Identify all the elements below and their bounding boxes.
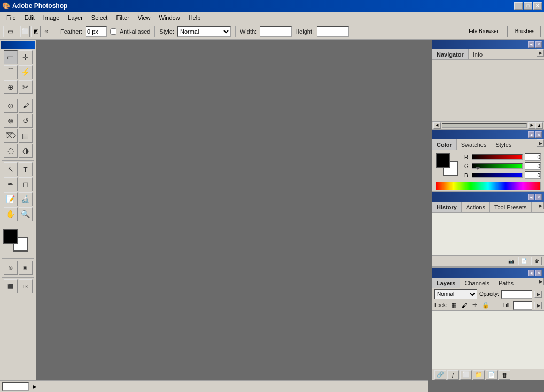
nav-scroll-right[interactable]: ►: [528, 122, 535, 129]
tab-actions[interactable]: Actions: [462, 202, 490, 212]
eyedropper-tool[interactable]: 🔬: [19, 192, 33, 206]
dodge-tool[interactable]: ◑: [19, 144, 33, 158]
foreground-color[interactable]: [3, 229, 18, 244]
g-slider[interactable]: [472, 163, 523, 169]
color-close-btn[interactable]: ✕: [535, 131, 542, 138]
history-brush-tool[interactable]: ↺: [19, 114, 33, 128]
menu-view[interactable]: View: [134, 13, 155, 22]
menu-layer[interactable]: Layer: [64, 13, 87, 22]
lock-position-btn[interactable]: ✛: [471, 301, 479, 310]
history-close-btn[interactable]: ✕: [535, 194, 542, 200]
blur-tool[interactable]: ◌: [4, 144, 18, 158]
nav-scroll-left[interactable]: ◄: [433, 122, 441, 129]
close-button[interactable]: ✕: [533, 2, 542, 10]
tab-color[interactable]: Color: [432, 139, 457, 150]
height-input[interactable]: [317, 26, 349, 37]
marquee-opt3[interactable]: ⊕: [42, 26, 51, 37]
healing-brush-tool[interactable]: ⊙: [4, 99, 18, 113]
style-select[interactable]: Normal Fixed Aspect Ratio Fixed Size: [177, 26, 231, 37]
anti-aliased-checkbox[interactable]: [110, 28, 116, 35]
imageready-btn[interactable]: IR: [19, 279, 33, 293]
width-input[interactable]: [260, 26, 292, 37]
layer-delete-btn[interactable]: 🗑: [499, 370, 510, 380]
eraser-tool[interactable]: ⌦: [4, 129, 18, 143]
clone-stamp-tool[interactable]: ⊛: [4, 114, 18, 128]
hand-tool[interactable]: ✋: [4, 207, 18, 221]
layers-collapse-btn[interactable]: ◄: [528, 270, 534, 276]
fg-swatch[interactable]: [436, 153, 450, 168]
color-menu-btn[interactable]: ▶: [537, 139, 544, 147]
slice-tool[interactable]: ✂: [19, 80, 33, 94]
magic-wand-tool[interactable]: ⚡: [19, 65, 33, 79]
history-menu-btn[interactable]: ▶: [537, 202, 544, 209]
menu-help[interactable]: Help: [184, 13, 205, 22]
type-tool[interactable]: T: [19, 162, 33, 176]
layer-link-btn[interactable]: 🔗: [434, 370, 446, 380]
g-value[interactable]: [525, 162, 541, 170]
color-collapse-btn[interactable]: ◄: [528, 131, 534, 138]
shape-tool[interactable]: ◻: [19, 177, 33, 191]
layer-style-btn[interactable]: ƒ: [447, 370, 459, 380]
marquee-rect-btn[interactable]: ▭: [3, 26, 17, 37]
maximize-button[interactable]: □: [524, 2, 532, 10]
brush-tool[interactable]: 🖌: [19, 99, 33, 113]
menu-image[interactable]: Image: [39, 13, 64, 22]
r-slider[interactable]: [472, 154, 523, 160]
tab-info[interactable]: Info: [469, 49, 487, 59]
tab-paths[interactable]: Paths: [494, 278, 518, 288]
r-value[interactable]: [525, 153, 541, 161]
fill-arrow[interactable]: ▶: [534, 302, 542, 309]
history-new-doc-btn[interactable]: 📄: [518, 257, 529, 265]
rectangular-marquee-tool[interactable]: ▭: [4, 50, 18, 64]
marquee-opt1[interactable]: ⬜: [20, 26, 30, 37]
move-tool[interactable]: ✛: [19, 50, 33, 64]
navigator-collapse-btn[interactable]: ◄: [528, 41, 534, 48]
crop-tool[interactable]: ⊕: [4, 80, 18, 94]
nav-scroll-track[interactable]: [442, 123, 527, 128]
layers-close-btn[interactable]: ✕: [535, 270, 542, 276]
navigator-menu-btn[interactable]: ▶: [537, 49, 544, 57]
layer-mask-btn[interactable]: ⬜: [460, 370, 472, 380]
fill-field[interactable]: [513, 301, 532, 310]
menu-filter[interactable]: Filter: [112, 13, 133, 22]
pen-tool[interactable]: ✒: [4, 177, 18, 191]
menu-edit[interactable]: Edit: [20, 13, 39, 22]
screen-mode-btn[interactable]: ⬛: [4, 279, 18, 293]
b-slider[interactable]: [472, 173, 523, 178]
notes-tool[interactable]: 📝: [4, 192, 18, 206]
layers-menu-btn[interactable]: ▶: [537, 278, 544, 285]
tab-swatches[interactable]: Swatches: [457, 139, 492, 150]
layer-group-btn[interactable]: 📁: [473, 370, 485, 380]
lock-all-btn[interactable]: 🔒: [481, 301, 490, 310]
nav-scroll-up[interactable]: ▲: [535, 122, 543, 129]
layer-new-btn[interactable]: 📄: [486, 370, 498, 380]
quick-mask-btn[interactable]: ◎: [4, 261, 18, 275]
history-new-snapshot-btn[interactable]: 📷: [506, 257, 516, 265]
opacity-arrow[interactable]: ▶: [534, 291, 542, 298]
menu-select[interactable]: Select: [87, 13, 112, 22]
tab-navigator[interactable]: Navigator: [432, 49, 469, 59]
file-browser-tab[interactable]: File Browser: [460, 26, 508, 37]
tab-layers[interactable]: Layers: [432, 278, 460, 288]
history-collapse-btn[interactable]: ◄: [528, 194, 534, 200]
status-arrow-btn[interactable]: ▶: [31, 383, 38, 390]
marquee-opt2[interactable]: ◩: [31, 26, 41, 37]
navigator-close-btn[interactable]: ✕: [535, 41, 542, 48]
gradient-tool[interactable]: ▦: [19, 129, 33, 143]
zoom-field[interactable]: [2, 382, 29, 391]
feather-input[interactable]: [86, 26, 107, 37]
color-spectrum[interactable]: [436, 182, 541, 190]
standard-mode-btn[interactable]: ▣: [19, 261, 33, 275]
menu-file[interactable]: File: [2, 13, 20, 22]
tab-channels[interactable]: Channels: [460, 278, 494, 288]
history-delete-btn[interactable]: 🗑: [531, 257, 542, 265]
tab-tool-presets[interactable]: Tool Presets: [490, 202, 532, 212]
blend-mode-select[interactable]: Normal Dissolve Multiply: [434, 289, 477, 299]
tab-styles[interactable]: Styles: [491, 139, 516, 150]
path-selection-tool[interactable]: ↖: [4, 162, 18, 176]
opacity-field[interactable]: [501, 290, 532, 299]
zoom-tool[interactable]: 🔍: [19, 207, 33, 221]
tab-history[interactable]: History: [432, 202, 462, 212]
minimize-button[interactable]: –: [514, 2, 523, 10]
lock-image-btn[interactable]: 🖌: [460, 301, 469, 310]
